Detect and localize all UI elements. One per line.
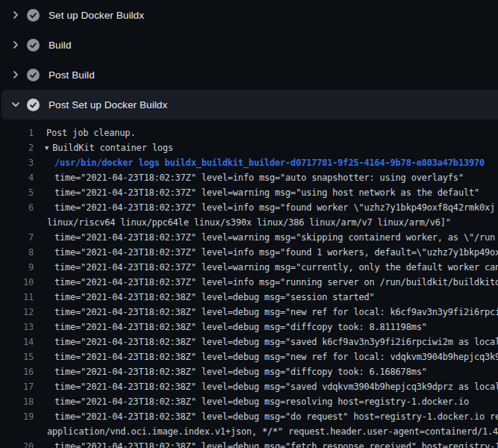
log-line: 18 time="2021-04-23T18:02:38Z" level=deb… <box>0 394 498 409</box>
log-line: 11 time="2021-04-23T18:02:38Z" level=deb… <box>0 290 498 305</box>
log-line: 16 time="2021-04-23T18:02:38Z" level=deb… <box>0 364 498 379</box>
step-title: Set up Docker Buildx <box>49 10 144 21</box>
log-line: 8 time="2021-04-23T18:02:37Z" level=info… <box>0 245 498 260</box>
log-group-header[interactable]: 2 ▼BuildKit container logs <box>0 140 498 155</box>
step-header-post-build[interactable]: Post Build <box>0 60 498 90</box>
check-circle-icon <box>27 39 40 52</box>
log-line-text: time="2021-04-23T18:02:38Z" level=debug … <box>55 305 498 320</box>
log-line-number[interactable]: 5 <box>0 185 34 200</box>
step-header-build[interactable]: Build <box>0 30 498 60</box>
chevron-down-icon <box>10 99 22 111</box>
log-line-text: time="2021-04-23T18:02:38Z" level=debug … <box>55 394 469 409</box>
check-circle-icon <box>27 69 40 81</box>
log-group-title: BuildKit container logs <box>52 143 173 153</box>
log-line-number[interactable]: 3 <box>0 155 34 170</box>
step-title: Post Build <box>49 69 95 81</box>
log-line-text: time="2021-04-23T18:02:37Z" level=warnin… <box>55 260 498 275</box>
log-line-number[interactable]: 6 <box>0 200 34 215</box>
log-line: 10 time="2021-04-23T18:02:37Z" level=inf… <box>0 275 498 290</box>
log-line-number[interactable]: 1 <box>0 125 34 140</box>
log-line-number[interactable]: 8 <box>0 245 34 260</box>
check-circle-icon <box>27 9 40 22</box>
chevron-right-icon <box>10 9 22 21</box>
log-line-text: time="2021-04-23T18:02:37Z" level=info m… <box>55 170 464 185</box>
log-line-number <box>0 424 34 439</box>
log-group-text: ▼BuildKit container logs <box>45 140 173 155</box>
chevron-right-icon <box>10 69 22 81</box>
log-line-text: time="2021-04-23T18:02:37Z" level=info m… <box>55 245 498 260</box>
log-line: 4 time="2021-04-23T18:02:37Z" level=info… <box>0 170 498 185</box>
log-line-number[interactable]: 4 <box>0 170 34 185</box>
log-line-number[interactable]: 15 <box>0 349 34 364</box>
step-title: Post Set up Docker Buildx <box>49 99 167 111</box>
log-line-number[interactable]: 10 <box>0 275 34 290</box>
log-line: 12 time="2021-04-23T18:02:38Z" level=deb… <box>0 305 498 320</box>
log-line-number[interactable]: 17 <box>0 379 34 394</box>
log-line: 13 time="2021-04-23T18:02:38Z" level=deb… <box>0 320 498 335</box>
log-line-number[interactable]: 20 <box>0 439 34 448</box>
check-circle-icon <box>27 99 40 111</box>
log-line-text: time="2021-04-23T18:02:37Z" level=warnin… <box>55 185 479 200</box>
log-line-number[interactable]: 7 <box>0 230 34 245</box>
log-line-text: time="2021-04-23T18:02:38Z" level=debug … <box>55 320 427 335</box>
log-line: 7 time="2021-04-23T18:02:37Z" level=warn… <box>0 230 498 245</box>
log-line: 9 time="2021-04-23T18:02:37Z" level=warn… <box>0 260 498 275</box>
log-line-text: time="2021-04-23T18:02:37Z" level=warnin… <box>55 230 495 245</box>
log-line-number[interactable]: 16 <box>0 364 34 379</box>
step-title: Build <box>49 40 72 51</box>
log-line-text: linux/riscv64 linux/ppc64le linux/s390x … <box>47 215 451 230</box>
log-line-text: time="2021-04-23T18:02:38Z" level=debug … <box>55 379 498 394</box>
chevron-right-icon <box>10 39 22 51</box>
step-header-post-set-up-docker-buildx[interactable]: Post Set up Docker Buildx <box>1 90 498 119</box>
log-line-number[interactable]: 9 <box>0 260 34 275</box>
log-line-number[interactable]: 14 <box>0 335 34 349</box>
log-line: 6 time="2021-04-23T18:02:37Z" level=info… <box>0 200 498 215</box>
log-line-number[interactable]: 11 <box>0 290 34 305</box>
log-line: 5 time="2021-04-23T18:02:37Z" level=warn… <box>0 185 498 200</box>
log-line-text: Post job cleanup. <box>46 125 135 140</box>
log-line-wrap: linux/riscv64 linux/ppc64le linux/s390x … <box>0 215 498 230</box>
group-collapse-icon[interactable]: ▼ <box>45 140 49 155</box>
log-line-wrap: application/vnd.oci.image.index.v1+json,… <box>0 424 498 439</box>
log-line: 17 time="2021-04-23T18:02:38Z" level=deb… <box>0 379 498 394</box>
log-line: 19 time="2021-04-23T18:02:38Z" level=deb… <box>0 409 498 424</box>
log-line: 14 time="2021-04-23T18:02:38Z" level=deb… <box>0 335 498 349</box>
log-line-number[interactable]: 19 <box>0 409 34 424</box>
log-line: 1 Post job cleanup. <box>0 125 498 140</box>
log-line-command: 3 /usr/bin/docker logs buildx_buildkit_b… <box>0 155 498 170</box>
log-line-text: time="2021-04-23T18:02:37Z" level=info m… <box>55 200 495 215</box>
log-line-text: time="2021-04-23T18:02:38Z" level=debug … <box>55 409 498 424</box>
log-line-number[interactable]: 12 <box>0 305 34 320</box>
log-line-text: application/vnd.oci.image.index.v1+json,… <box>47 424 498 439</box>
log-command-text: /usr/bin/docker logs buildx_buildkit_bui… <box>55 155 485 170</box>
steps-list: Set up Docker Buildx Build Post Build Po… <box>0 0 498 119</box>
log-line-text: time="2021-04-23T18:02:38Z" level=debug … <box>55 349 498 364</box>
log-line-text: time="2021-04-23T18:02:38Z" level=debug … <box>55 290 375 305</box>
log-line: 20 time="2021-04-23T18:02:38Z" level=deb… <box>0 439 498 448</box>
step-header-set-up-docker-buildx[interactable]: Set up Docker Buildx <box>0 0 498 30</box>
log-line-number[interactable]: 18 <box>0 394 34 409</box>
log-viewer: 1 Post job cleanup. 2 ▼BuildKit containe… <box>0 119 498 448</box>
log-line-text: time="2021-04-23T18:02:38Z" level=debug … <box>55 335 498 349</box>
log-line: 15 time="2021-04-23T18:02:38Z" level=deb… <box>0 349 498 364</box>
log-line-number[interactable]: 2 <box>0 140 34 155</box>
log-line-text: time="2021-04-23T18:02:38Z" level=debug … <box>55 364 427 379</box>
log-line-text: time="2021-04-23T18:02:38Z" level=debug … <box>55 439 498 448</box>
log-line-text: time="2021-04-23T18:02:37Z" level=info m… <box>55 275 498 290</box>
log-line-number <box>0 215 34 230</box>
log-line-number[interactable]: 13 <box>0 320 34 335</box>
